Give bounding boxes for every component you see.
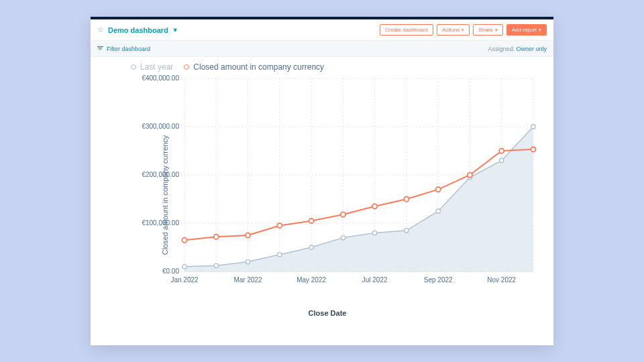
svg-point-46 bbox=[341, 212, 345, 217]
share-label: Share bbox=[478, 27, 492, 33]
svg-point-41 bbox=[182, 238, 186, 243]
svg-point-31 bbox=[246, 259, 250, 263]
svg-point-43 bbox=[246, 233, 250, 237]
svg-point-37 bbox=[436, 209, 440, 213]
filter-dashboard-link[interactable]: Filter dashboard bbox=[97, 46, 150, 52]
svg-point-29 bbox=[182, 265, 186, 269]
svg-point-39 bbox=[500, 158, 504, 162]
legend-dot-icon bbox=[184, 64, 189, 70]
actions-button[interactable]: Actions▾ bbox=[437, 24, 470, 36]
svg-point-50 bbox=[468, 172, 472, 177]
svg-point-47 bbox=[372, 204, 377, 208]
svg-text:€400,000.00: €400,000.00 bbox=[142, 74, 179, 82]
add-report-button[interactable]: Add report▾ bbox=[506, 24, 547, 36]
assigned-label: Assigned: bbox=[488, 46, 515, 52]
chevron-down-icon: ▾ bbox=[495, 27, 498, 33]
svg-point-51 bbox=[499, 148, 504, 153]
filter-bar: Filter dashboard Assigned: Owner only bbox=[91, 41, 553, 57]
filter-icon bbox=[97, 46, 103, 51]
legend-label: Closed amount in company currency bbox=[193, 62, 324, 72]
svg-text:May 2022: May 2022 bbox=[297, 276, 326, 284]
svg-text:€100,000.00: €100,000.00 bbox=[142, 219, 179, 227]
legend-item-closed-amount[interactable]: Closed amount in company currency bbox=[184, 62, 324, 72]
svg-point-35 bbox=[372, 231, 376, 235]
legend-dot-icon bbox=[131, 64, 136, 70]
svg-text:€0.00: €0.00 bbox=[162, 267, 179, 275]
plot-area: Closed amount in company currency €0.00€… bbox=[115, 74, 540, 316]
svg-text:€300,000.00: €300,000.00 bbox=[142, 123, 179, 130]
legend-label: Last year bbox=[140, 62, 173, 72]
svg-point-48 bbox=[404, 196, 409, 201]
chart-card: Last year Closed amount in company curre… bbox=[91, 57, 553, 345]
svg-point-45 bbox=[309, 219, 313, 223]
actions-label: Actions bbox=[442, 27, 460, 33]
assigned-group: Assigned: Owner only bbox=[488, 46, 547, 52]
add-report-label: Add report bbox=[512, 27, 537, 33]
dashboard-title: Demo dashboard bbox=[108, 26, 168, 34]
filter-dashboard-label: Filter dashboard bbox=[107, 46, 150, 52]
svg-point-42 bbox=[214, 235, 219, 239]
dashboard-title-group[interactable]: ☆ Demo dashboard ▼ bbox=[97, 25, 178, 34]
svg-point-44 bbox=[277, 223, 282, 228]
svg-point-36 bbox=[405, 229, 409, 233]
title-dropdown-icon[interactable]: ▼ bbox=[172, 27, 178, 34]
chart-svg: €0.00€100,000.00€200,000.00€300,000.00€4… bbox=[133, 74, 543, 302]
svg-point-33 bbox=[309, 245, 313, 249]
legend-item-last-year[interactable]: Last year bbox=[131, 62, 173, 72]
create-dashboard-button[interactable]: Create dashboard bbox=[380, 24, 433, 36]
svg-text:Jan 2022: Jan 2022 bbox=[170, 276, 199, 284]
svg-text:Jul 2022: Jul 2022 bbox=[362, 276, 388, 284]
dashboard-window: ☆ Demo dashboard ▼ Create dashboard Acti… bbox=[91, 17, 553, 345]
svg-text:€200,000.00: €200,000.00 bbox=[142, 171, 179, 178]
favorite-star-icon[interactable]: ☆ bbox=[97, 25, 104, 34]
svg-text:Nov 2022: Nov 2022 bbox=[487, 276, 516, 284]
chevron-down-icon: ▾ bbox=[462, 27, 464, 33]
svg-point-32 bbox=[278, 253, 282, 257]
chevron-down-icon: ▾ bbox=[539, 27, 541, 33]
dashboard-header: ☆ Demo dashboard ▼ Create dashboard Acti… bbox=[91, 19, 553, 41]
svg-point-40 bbox=[531, 125, 535, 129]
svg-text:Mar 2022: Mar 2022 bbox=[233, 276, 262, 284]
x-axis-label: Close Date bbox=[115, 309, 540, 317]
create-dashboard-label: Create dashboard bbox=[385, 27, 428, 33]
svg-point-34 bbox=[341, 235, 345, 239]
chart-legend: Last year Closed amount in company curre… bbox=[104, 62, 540, 72]
svg-point-52 bbox=[531, 147, 535, 152]
svg-point-30 bbox=[214, 263, 218, 267]
share-button[interactable]: Share▾ bbox=[473, 24, 502, 36]
svg-text:Sep 2022: Sep 2022 bbox=[424, 276, 453, 284]
assigned-value-link[interactable]: Owner only bbox=[516, 46, 547, 52]
header-buttons: Create dashboard Actions▾ Share▾ Add rep… bbox=[380, 24, 547, 36]
svg-point-49 bbox=[436, 187, 441, 192]
